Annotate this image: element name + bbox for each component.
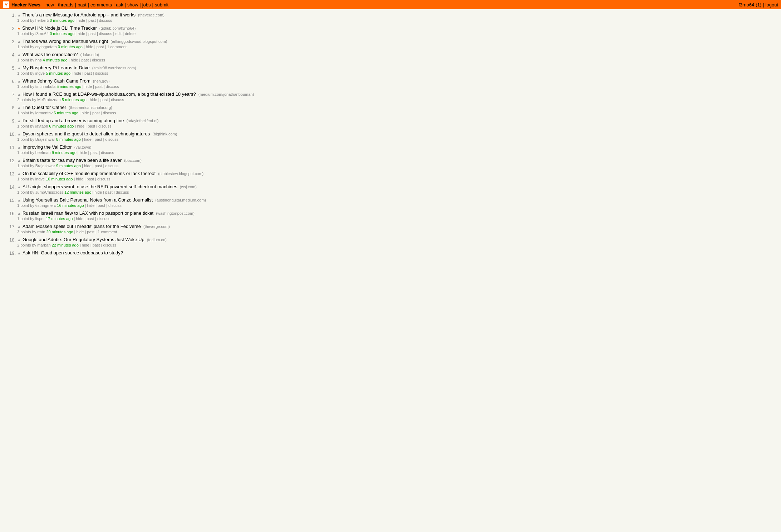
story-action-discuss[interactable]: discuss xyxy=(105,137,119,141)
story-action-hide[interactable]: hide xyxy=(77,230,84,234)
story-action-discuss[interactable]: discuss xyxy=(92,58,105,62)
story-title-link[interactable]: Russian Israeli man flew to LAX with no … xyxy=(23,210,153,216)
story-action-hide[interactable]: hide xyxy=(78,18,85,23)
story-action-discuss[interactable]: discuss xyxy=(101,150,114,155)
story-author[interactable]: lermontov xyxy=(35,111,53,115)
upvote-arrow[interactable]: ▲ xyxy=(17,52,21,57)
nav-past[interactable]: past xyxy=(78,2,87,8)
story-author[interactable]: ingve xyxy=(35,71,45,75)
upvote-arrow[interactable]: ▲ xyxy=(17,250,21,255)
story-action-hide[interactable]: hide xyxy=(74,71,81,75)
story-time[interactable]: 6 minutes ago xyxy=(49,124,74,128)
story-title-link[interactable]: My Raspberry Pi Learns to Drive xyxy=(23,65,90,70)
story-author[interactable]: hhs xyxy=(35,58,42,62)
story-action-discuss[interactable]: discuss xyxy=(106,84,119,89)
story-action-past[interactable]: past xyxy=(90,150,98,155)
story-action-edit[interactable]: edit xyxy=(115,31,122,36)
story-action-past[interactable]: past xyxy=(92,111,100,115)
story-title-link[interactable]: Using Yourself as Bait: Personal Notes f… xyxy=(23,197,153,203)
story-action-discuss[interactable]: discuss xyxy=(97,217,110,221)
story-title-link[interactable]: I'm still fed up and a browser is coming… xyxy=(23,118,124,123)
story-author[interactable]: 6stringmerc xyxy=(35,203,56,208)
story-action-discuss[interactable]: discuss xyxy=(103,243,116,247)
story-action-discuss[interactable]: discuss xyxy=(116,190,129,194)
story-author[interactable]: Brajeshwar xyxy=(35,164,55,168)
story-action-hide[interactable]: hide xyxy=(94,190,102,194)
story-action-discuss[interactable]: discuss xyxy=(97,177,110,181)
nav-submit[interactable]: submit xyxy=(155,2,168,8)
story-time[interactable]: 12 minutes ago xyxy=(64,190,91,194)
story-action-1-comment[interactable]: 1 comment xyxy=(107,45,126,49)
story-time[interactable]: 4 minutes ago xyxy=(43,58,68,62)
story-author[interactable]: beefman xyxy=(35,150,51,155)
upvote-arrow[interactable]: ▲ xyxy=(17,158,21,163)
story-time[interactable]: 0 minutes ago xyxy=(50,31,74,36)
story-action-past[interactable]: past xyxy=(87,177,94,181)
upvote-arrow[interactable]: ▲ xyxy=(17,91,21,96)
story-action-hide[interactable]: hide xyxy=(84,164,92,168)
story-title-link[interactable]: What was the corporation? xyxy=(23,52,78,57)
story-title-link[interactable]: Thanos was wrong and Malthus was right xyxy=(23,39,108,44)
story-title-link[interactable]: Improving the Val Editor xyxy=(23,144,72,150)
story-action-past[interactable]: past xyxy=(88,31,96,36)
story-action-hide[interactable]: hide xyxy=(82,243,89,247)
upvote-arrow[interactable]: ▲ xyxy=(17,184,21,189)
story-time[interactable]: 0 minutes ago xyxy=(50,18,74,23)
story-action-hide[interactable]: hide xyxy=(86,45,93,49)
story-action-past[interactable]: past xyxy=(84,71,92,75)
story-action-past[interactable]: past xyxy=(81,58,89,62)
story-action-delete[interactable]: delete xyxy=(125,31,136,36)
story-action-past[interactable]: past xyxy=(88,124,95,128)
story-action-past[interactable]: past xyxy=(95,137,102,141)
story-time[interactable]: 16 minutes ago xyxy=(57,203,84,208)
story-action-discuss[interactable]: discuss xyxy=(103,111,116,115)
story-time[interactable]: 10 minutes ago xyxy=(46,177,73,181)
upvote-arrow[interactable]: ▲ xyxy=(17,171,21,176)
nav-comments[interactable]: comments xyxy=(90,2,112,8)
upvote-arrow[interactable]: ▲ xyxy=(17,131,21,136)
upvote-arrow[interactable]: ▲ xyxy=(17,224,21,229)
story-action-hide[interactable]: hide xyxy=(77,124,84,128)
story-time[interactable]: 0 minutes ago xyxy=(58,45,83,49)
story-author[interactable]: tintinnabula xyxy=(35,84,55,89)
story-action-past[interactable]: past xyxy=(95,84,103,89)
story-action-hide[interactable]: hide xyxy=(76,217,83,221)
story-action-past[interactable]: past xyxy=(98,203,105,208)
nav-show[interactable]: show xyxy=(127,2,138,8)
story-author[interactable]: herberti xyxy=(35,18,49,23)
story-action-discuss[interactable]: discuss xyxy=(98,124,112,128)
story-time[interactable]: 5 minutes ago xyxy=(57,84,81,89)
story-action-past[interactable]: past xyxy=(93,243,100,247)
upvote-arrow[interactable]: ▲ xyxy=(17,39,21,44)
story-title-link[interactable]: The Quest for Cather xyxy=(23,105,66,110)
story-title-link[interactable]: Google and Adobe: Our Regulatory Systems… xyxy=(23,237,144,242)
nav-threads[interactable]: threads xyxy=(58,2,73,8)
story-author[interactable]: MeProtozoan xyxy=(37,98,60,102)
story-author[interactable]: rmtn xyxy=(37,230,45,234)
story-title-link[interactable]: Ask HN: Good open source codebases to st… xyxy=(23,250,123,255)
story-title-link[interactable]: Where Johnny Cash Came From xyxy=(23,78,90,84)
story-action-hide[interactable]: hide xyxy=(78,31,85,36)
story-author[interactable]: marban xyxy=(37,243,50,247)
story-time[interactable]: 6 minutes ago xyxy=(54,111,78,115)
story-time[interactable]: 5 minutes ago xyxy=(62,98,87,102)
story-action-1-comment[interactable]: 1 comment xyxy=(98,230,117,234)
upvote-arrow[interactable]: ▲ xyxy=(17,65,21,70)
story-author[interactable]: JumpCrisscross xyxy=(35,190,63,194)
story-action-hide[interactable]: hide xyxy=(76,177,83,181)
star-icon[interactable]: ★ xyxy=(17,25,21,31)
story-title-link[interactable]: Show HN: Node.js CLI Time Tracker xyxy=(22,25,97,31)
story-action-hide[interactable]: hide xyxy=(90,98,97,102)
story-action-discuss[interactable]: discuss xyxy=(99,31,112,36)
story-author[interactable]: ingve xyxy=(35,177,45,181)
story-action-hide[interactable]: hide xyxy=(84,137,92,141)
story-action-hide[interactable]: hide xyxy=(82,111,89,115)
story-action-past[interactable]: past xyxy=(87,230,94,234)
story-time[interactable]: 5 minutes ago xyxy=(46,71,70,75)
upvote-arrow[interactable]: ▲ xyxy=(17,144,21,149)
upvote-arrow[interactable]: ▲ xyxy=(17,78,21,83)
story-author[interactable]: cryingpotato xyxy=(35,45,57,49)
story-action-past[interactable]: past xyxy=(105,190,113,194)
story-title-link[interactable]: Adam Mosseri spells out Threads' plans f… xyxy=(23,224,141,229)
story-action-past[interactable]: past xyxy=(97,45,104,49)
